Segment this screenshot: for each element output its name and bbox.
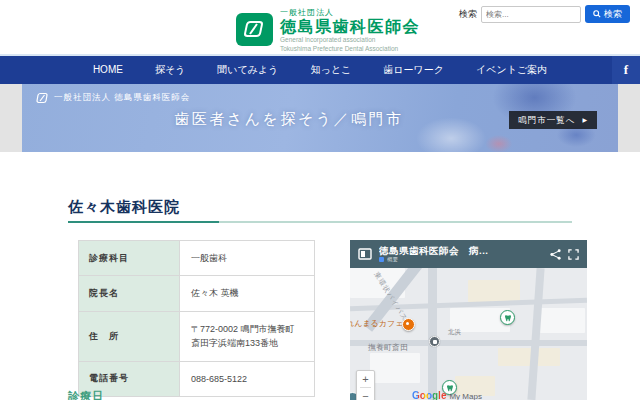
nav-item-events[interactable]: イベントご案内 [460,56,563,84]
tooth-logo-icon [236,13,273,46]
logo-text: 一般社団法人 徳島県歯科医師会 General incorporated ass… [280,7,420,53]
search-input[interactable] [481,6,581,23]
google-attribution: Google My Maps [412,390,482,400]
hero-org-row: 一般社団法人 徳島県歯科医師会 [36,92,190,104]
site-logo[interactable]: 一般社団法人 徳島県歯科医師会 General incorporated ass… [236,7,420,53]
fullscreen-icon[interactable] [568,249,579,260]
search-label: 検索 [459,8,477,21]
nav-item-home[interactable]: HOME [77,56,139,84]
map-legend-label: 概要 [387,256,398,263]
row-label: 住 所 [79,311,180,361]
transit-stop-icon[interactable] [429,336,440,347]
city-list-button-label: 鳴門市一覧へ [518,111,575,129]
map-title[interactable]: 徳島県歯科医師会 病... [379,245,543,256]
org-en-line1: General incorporated association [280,36,420,44]
corp-type-label: 一般社団法人 [280,7,420,18]
row-label: 診療科目 [79,241,180,276]
site-header: 一般社団法人 徳島県歯科医師会 General incorporated ass… [0,0,640,56]
map-block [468,280,520,302]
zoom-in-button[interactable]: + [362,371,368,387]
cafe-poi-icon[interactable] [402,318,415,331]
search-bar: 検索 検索 [459,5,630,23]
row-value: 佐々木 英機 [180,276,315,311]
map-legend-row: 概要 [379,256,543,263]
hero-banner-image: 一般社団法人 徳島県歯科医師会 歯医者さんを探そう／鳴門市 鳴門市一覧へ ▶ [22,84,618,152]
google-map-embed[interactable]: 徳島県歯科医師会 病... 概要 東環状バイパス れんまるカフェ [350,240,587,400]
zoom-out-button[interactable]: − [362,388,368,400]
table-row: 診療科目 一般歯科 [79,241,315,276]
nav-item-harowork[interactable]: 歯ローワーク [367,56,460,84]
map-canvas[interactable]: 東環状バイパス れんまるカフェ 撫養町斎田 北浜 + − Google My M… [350,268,587,400]
clinic-info-table: 診療科目 一般歯科 院長名 佐々木 英機 住 所 〒772-0002 鳴門市撫養… [78,240,315,397]
my-maps-label: My Maps [449,392,481,400]
search-button-label: 検索 [604,8,622,21]
page-title: 佐々木歯科医院 [68,198,572,217]
search-icon [593,10,601,18]
dental-clinic-marker-icon[interactable] [500,310,515,325]
map-block [540,308,585,333]
map-zoom-control: + − [356,370,375,400]
district-label: 北浜 [448,328,461,337]
row-value: 一般歯科 [180,241,315,276]
share-icon[interactable] [550,249,561,260]
google-logo: Google [412,390,446,400]
city-list-button[interactable]: 鳴門市一覧へ ▶ [509,111,597,129]
table-row: 住 所 〒772-0002 鳴門市撫養町斎田字浜端南133番地 [79,311,315,361]
hero-org-label: 一般社団法人 徳島県歯科医師会 [54,92,190,104]
map-title-wrap: 徳島県歯科医師会 病... 概要 [379,245,543,263]
org-en-line2: Tokushima Prefecture Dental Association [280,45,420,53]
map-block [370,353,420,383]
row-value: 088-685-5122 [180,361,315,396]
legend-icon [379,257,384,262]
row-label: 院長名 [79,276,180,311]
tooth-logo-small-icon [36,92,49,104]
facebook-icon[interactable]: f [612,56,640,84]
nav-item-sagasou[interactable]: 探そう [139,56,201,84]
open-in-maps-icon[interactable] [358,248,372,260]
nav-item-kiitemiyou[interactable]: 聞いてみよう [201,56,294,84]
org-name: 徳島県歯科医師会 [280,18,420,36]
main-nav: HOME 探そう 聞いてみよう 知っとこ 歯ローワーク イベントご案内 f [0,56,640,84]
map-road [527,268,544,400]
search-button[interactable]: 検索 [585,5,630,23]
area-label: 撫養町斎田 [368,342,408,353]
row-value: 〒772-0002 鳴門市撫養町斎田字浜端南133番地 [180,311,315,361]
cafe-label: れんまるカフェ [350,318,403,329]
table-row: 院長名 佐々木 英機 [79,276,315,311]
table-row: 電話番号 088-685-5122 [79,361,315,396]
map-road [428,268,437,400]
next-section-heading: 診療日 [68,389,104,400]
arrow-right-icon: ▶ [582,111,588,129]
nav-item-shittoko[interactable]: 知っとこ [295,56,368,84]
map-header: 徳島県歯科医師会 病... 概要 [350,240,587,268]
hero-section: 一般社団法人 徳島県歯科医師会 歯医者さんを探そう／鳴門市 鳴門市一覧へ ▶ [0,84,640,152]
heading-underline [68,221,572,223]
